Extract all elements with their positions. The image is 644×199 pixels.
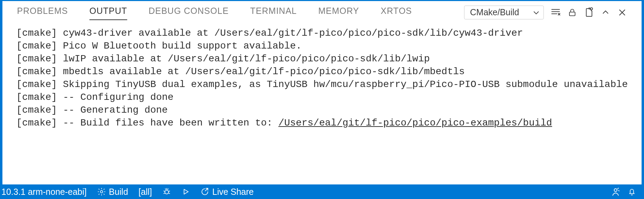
output-text: [cmake] -- Build files have been written… [16, 118, 278, 128]
close-panel-icon[interactable] [615, 6, 629, 19]
play-icon [182, 188, 190, 196]
output-line: [cmake] mbedtls available at /Users/eal/… [16, 65, 642, 78]
output-text: [cmake] -- Generating done [16, 105, 168, 115]
status-build[interactable]: Build [97, 187, 128, 197]
output-text: [cmake] cyw43-driver available at /Users… [16, 28, 523, 38]
svg-line-15 [165, 189, 166, 189]
output-text: [cmake] mbedtls available at /Users/eal/… [16, 66, 465, 77]
status-build-variant[interactable]: [all] [139, 187, 152, 197]
tab-terminal[interactable]: TERMINAL [250, 5, 297, 20]
tab-xrtos[interactable]: XRTOS [381, 5, 412, 20]
status-debug-button[interactable] [162, 187, 171, 196]
status-live-share-label: Live Share [212, 187, 254, 197]
svg-line-16 [168, 189, 168, 189]
panel-tabbar: PROBLEMS OUTPUT DEBUG CONSOLE TERMINAL M… [2, 1, 642, 24]
svg-line-18 [206, 188, 208, 191]
output-line: [cmake] Pico W Bluetooth build support a… [16, 40, 642, 52]
output-line: [cmake] -- Build files have been written… [16, 116, 642, 129]
output-line: [cmake] -- Configuring done [16, 91, 642, 104]
status-run-button[interactable] [182, 188, 190, 196]
status-notifications[interactable] [627, 187, 636, 196]
svg-point-8 [101, 191, 103, 193]
feedback-icon [611, 187, 620, 197]
bug-icon [162, 187, 171, 196]
output-line: [cmake] Skipping TinyUSB dual examples, … [16, 78, 642, 91]
svg-point-19 [614, 189, 617, 191]
clear-output-icon[interactable] [549, 6, 563, 19]
chevron-up-icon[interactable] [599, 6, 612, 19]
live-share-icon [200, 187, 212, 196]
svg-line-12 [169, 191, 170, 191]
output-text: [cmake] Skipping TinyUSB dual examples, … [16, 79, 628, 90]
status-build-variant-label: [all] [139, 187, 152, 197]
status-toolchain[interactable]: 10.3.1 arm-none-eabi] [1, 187, 87, 197]
output-text: [cmake] -- Configuring done [16, 92, 174, 103]
svg-rect-5 [569, 12, 575, 16]
svg-line-13 [164, 193, 165, 194]
output-line: [cmake] cyw43-driver available at /Users… [16, 27, 642, 40]
svg-marker-17 [184, 189, 188, 194]
output-text: [cmake] lwIP available at /Users/eal/git… [16, 53, 430, 64]
chevron-down-icon [532, 9, 540, 16]
open-log-file-icon[interactable] [582, 6, 596, 19]
output-channel-select[interactable]: CMake/Build [464, 6, 544, 19]
gear-icon [97, 187, 109, 196]
svg-point-9 [165, 190, 169, 194]
status-build-label: Build [109, 187, 128, 197]
output-line: [cmake] -- Generating done [16, 104, 642, 116]
panel-frame: PROBLEMS OUTPUT DEBUG CONSOLE TERMINAL M… [2, 1, 642, 184]
tab-problems[interactable]: PROBLEMS [17, 5, 68, 20]
output-text: [cmake] Pico W Bluetooth build support a… [16, 41, 302, 51]
tab-memory[interactable]: MEMORY [318, 5, 359, 20]
panel-actions: CMake/Build [464, 6, 642, 19]
output-link[interactable]: /Users/eal/git/lf-pico/pico/pico-example… [278, 118, 552, 128]
status-feedback[interactable] [611, 187, 620, 197]
lock-scroll-icon[interactable] [565, 6, 579, 19]
tab-debug-console[interactable]: DEBUG CONSOLE [149, 5, 229, 20]
svg-line-11 [164, 191, 165, 191]
status-bar: 10.3.1 arm-none-eabi] Build [all] [0, 184, 644, 199]
output-line: [cmake] lwIP available at /Users/eal/git… [16, 52, 642, 65]
output-body[interactable]: [cmake] cyw43-driver available at /Users… [2, 24, 642, 184]
output-channel-label: CMake/Build [470, 7, 519, 17]
svg-line-14 [169, 193, 170, 194]
tab-output[interactable]: OUTPUT [89, 5, 127, 20]
status-toolchain-label: 10.3.1 arm-none-eabi] [1, 187, 87, 197]
bell-icon [627, 187, 636, 196]
status-live-share[interactable]: Live Share [200, 187, 254, 197]
